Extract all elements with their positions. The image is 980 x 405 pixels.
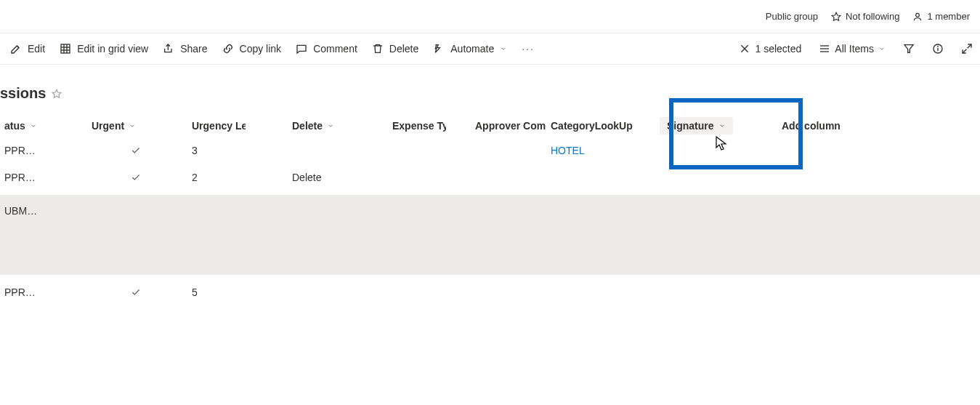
list-content: ssions atus Urgent Urgency Level Delete (0, 65, 980, 310)
edit-grid-button[interactable]: Edit in grid view (52, 39, 155, 59)
chevron-down-icon (500, 45, 507, 52)
add-column-button[interactable]: Add column (741, 120, 841, 132)
comment-icon (296, 43, 307, 55)
follow-label: Not following (846, 11, 899, 22)
cell-urgent (44, 172, 144, 183)
cell-status: PPROVED (0, 286, 44, 298)
cell-status: UBMITTED (0, 205, 44, 217)
check-icon (131, 145, 139, 156)
svg-point-15 (938, 46, 939, 47)
info-icon (932, 43, 944, 55)
site-topbar: Public group Not following 1 member (0, 0, 980, 33)
group-type-label: Public group (766, 11, 818, 22)
svg-line-16 (968, 44, 971, 48)
view-picker[interactable]: All Items (814, 40, 890, 57)
list-title-text: ssions (0, 85, 46, 102)
copy-link-label: Copy link (240, 43, 282, 55)
chevron-down-icon (718, 122, 726, 129)
svg-point-1 (916, 13, 920, 17)
edit-grid-label: Edit in grid view (77, 43, 148, 55)
automate-label: Automate (450, 43, 494, 55)
link-icon (222, 43, 234, 55)
edit-icon (10, 43, 22, 55)
grid-icon (60, 43, 71, 55)
list-view-icon (819, 43, 830, 55)
chevron-down-icon (878, 45, 886, 52)
column-header-status[interactable]: atus (0, 120, 44, 132)
x-icon (739, 43, 750, 55)
automate-button[interactable]: Automate (426, 39, 514, 59)
table-row[interactable]: UBMITTED (0, 195, 980, 275)
flow-icon (433, 43, 445, 55)
edit-label: Edit (28, 43, 45, 55)
cell-urgency-level: 3 (144, 145, 246, 156)
chevron-down-icon (30, 122, 37, 129)
share-icon (163, 43, 174, 55)
cell-category[interactable]: HOTEL (546, 145, 647, 156)
list-grid: atus Urgent Urgency Level Delete Expense… (0, 111, 980, 310)
svg-marker-18 (53, 89, 62, 97)
cell-delete: Delete (246, 172, 346, 183)
delete-button[interactable]: Delete (365, 39, 426, 59)
column-header-urgency-level[interactable]: Urgency Level (144, 120, 246, 132)
cell-urgency-level: 2 (144, 172, 246, 183)
cell-status: PPROVED (0, 172, 44, 183)
star-icon (831, 12, 841, 22)
column-header-signature[interactable]: Signature (647, 117, 741, 135)
cell-status: PPROVED (0, 145, 44, 156)
column-header-category-lookup[interactable]: CategoryLookUp (546, 120, 647, 132)
table-row[interactable]: PPROVED3HOTEL (0, 141, 980, 160)
command-bar: Edit Edit in grid view Share Copy link C… (0, 33, 980, 65)
info-button[interactable] (928, 40, 948, 57)
comment-label: Comment (313, 43, 357, 55)
trash-icon (372, 43, 384, 55)
share-button[interactable]: Share (155, 39, 214, 59)
copy-link-button[interactable]: Copy link (215, 39, 289, 59)
column-header-expense-type[interactable]: Expense Type (346, 120, 446, 132)
check-icon (131, 172, 139, 183)
check-icon (131, 287, 139, 297)
column-header-row: atus Urgent Urgency Level Delete Expense… (0, 111, 980, 141)
delete-label: Delete (389, 43, 418, 55)
cell-urgent (44, 145, 144, 156)
column-header-urgent[interactable]: Urgent (44, 120, 144, 132)
rows-container: PPROVED3HOTELPPROVED2DeleteUBMITTEDPPROV… (0, 141, 980, 310)
favorite-toggle[interactable] (52, 89, 62, 99)
follow-toggle[interactable]: Not following (831, 11, 899, 22)
expand-icon (961, 43, 973, 55)
share-label: Share (180, 43, 207, 55)
svg-marker-12 (904, 45, 913, 53)
view-name-label: All Items (835, 43, 874, 55)
svg-marker-0 (832, 12, 841, 20)
members-link[interactable]: 1 member (912, 11, 970, 22)
overflow-button[interactable]: ··· (514, 43, 542, 55)
chevron-down-icon (129, 122, 136, 129)
star-icon (52, 89, 62, 99)
comment-button[interactable]: Comment (288, 39, 365, 59)
filter-button[interactable] (899, 40, 919, 57)
table-row[interactable]: PPROVED5 (0, 275, 980, 310)
members-label: 1 member (927, 11, 970, 22)
filter-icon (903, 43, 915, 55)
edit-button[interactable]: Edit (3, 39, 52, 59)
column-header-approver-com[interactable]: Approver Com… (446, 120, 546, 132)
column-header-delete[interactable]: Delete (246, 120, 346, 132)
table-row[interactable]: PPROVED2Delete (0, 160, 980, 195)
cell-urgency-level: 5 (144, 286, 246, 298)
list-title: ssions (0, 78, 980, 111)
cell-urgent (44, 287, 144, 297)
chevron-down-icon (327, 122, 334, 129)
svg-rect-2 (61, 44, 70, 53)
expand-button[interactable] (957, 40, 977, 57)
person-icon (912, 12, 923, 22)
selection-indicator[interactable]: 1 selected (734, 40, 806, 57)
selected-label: 1 selected (755, 43, 801, 55)
svg-line-17 (963, 49, 966, 53)
